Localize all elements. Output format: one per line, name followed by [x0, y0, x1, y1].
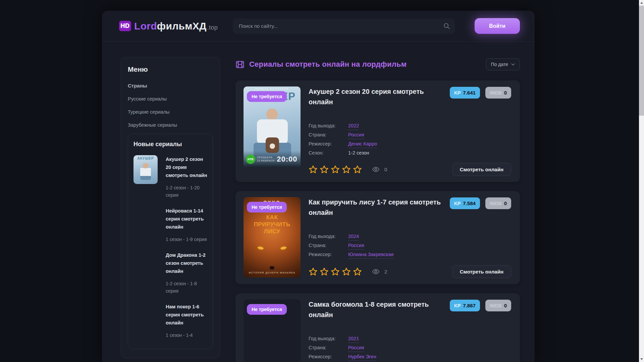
poster-title-text: КАК ПРИРУЧИТЬ ЛИСУ — [244, 214, 301, 235]
scrollbar-up-button[interactable] — [639, 0, 644, 6]
meta-label: Страна: — [309, 130, 348, 139]
new-series-title: Новые сериалы — [133, 141, 207, 148]
meta-value-link[interactable]: Россия — [348, 344, 364, 352]
meta-value-link[interactable]: Россия — [348, 242, 364, 250]
star-icon[interactable] — [342, 267, 351, 276]
new-series-text: Нейровася 1-14 серия смотреть онлайн1 се… — [166, 207, 207, 243]
page-title: Сериалы смотреть онлайн на лордфильм — [249, 60, 407, 69]
series-meta: Год выхода:2022Страна:РоссияРежиссер:Ден… — [309, 121, 511, 158]
sidebar-item-russian-series[interactable]: Русские сериалы — [128, 96, 213, 102]
star-icon[interactable] — [320, 165, 329, 174]
new-series-item[interactable]: Нам покер 1-6 серия смотреть онлайн1 сез… — [133, 303, 207, 339]
thumbnail-title-text: АКУШЕР — [133, 157, 158, 160]
meta-value-link[interactable]: 2021 — [348, 335, 359, 343]
scrollbar-thumb[interactable] — [639, 6, 644, 116]
poster-actor-name: НИКИТА ПАНФИЛОВ — [244, 88, 301, 90]
new-series-item-title[interactable]: Нейровася 1-14 серия смотреть онлайн — [166, 207, 207, 231]
search-input[interactable] — [233, 18, 455, 34]
kp-rating-badge: KP7.641 — [450, 87, 480, 99]
new-series-item-subtitle: 1 сезон - 1-9 серия — [166, 236, 207, 243]
meta-value-link[interactable]: 2022 — [348, 122, 359, 130]
sidebar-item-turkish-series[interactable]: Турецкие сериалы — [128, 109, 213, 115]
series-poster[interactable]: Не требуется — [244, 299, 301, 362]
new-series-thumb-slot: АКУШЕР — [133, 155, 158, 199]
series-title-link[interactable]: Как приручить лису 1-7 серия смотреть он… — [309, 197, 450, 218]
new-series-item-title[interactable]: Акушер 2 сезон 20 серия смотреть онлайн — [166, 155, 207, 179]
watch-online-button[interactable]: Смотреть онлайн — [452, 265, 511, 278]
meta-label: Режиссер: — [309, 352, 348, 361]
meta-row: Страна:Россия — [309, 343, 511, 352]
new-series-item-title[interactable]: Нам покер 1-6 серия смотреть онлайн — [166, 303, 207, 327]
main-content: Сериалы смотреть онлайн на лордфильм По … — [235, 58, 520, 362]
meta-value-link[interactable]: Нурбек Эген — [348, 353, 376, 361]
scrollbar-down-button[interactable] — [639, 356, 644, 362]
meta-label: Режиссер: — [309, 250, 348, 259]
series-title-link[interactable]: Самка богомола 1-8 серия смотреть онлайн — [309, 299, 450, 320]
meta-label: Страна: — [309, 343, 348, 352]
meta-row: Страна:Россия — [309, 241, 511, 250]
star-icon[interactable] — [309, 165, 318, 174]
search-bar — [233, 18, 455, 34]
site-logo[interactable]: HD LordфильмХД.top — [119, 20, 218, 32]
rating-badges: KP7.641 IMDB0 — [450, 86, 511, 99]
star-icon[interactable] — [331, 165, 340, 174]
menu-title: Меню — [128, 65, 213, 73]
new-series-item-title[interactable]: Дом Дракона 1-2 сезон смотреть онлайн — [166, 251, 207, 275]
meta-value-link[interactable]: Россия — [348, 131, 364, 139]
poster-art — [140, 163, 151, 180]
star-icon[interactable] — [342, 165, 351, 174]
star-icon[interactable] — [320, 267, 329, 276]
new-series-thumb-slot — [133, 207, 158, 243]
views-eye-icon — [372, 166, 380, 173]
sidebar-menu: Меню Страны Русские сериалы Турецкие сер… — [121, 57, 220, 358]
new-series-item[interactable]: АКУШЕРАкушер 2 сезон 20 серия смотреть о… — [133, 155, 207, 199]
meta-value-link[interactable]: Юлиана Закревская — [348, 251, 393, 259]
series-poster[interactable]: Не требуется НИКИТА ПАНФИЛОВ АКУШЕР НТВ … — [244, 86, 301, 167]
meta-row: Режиссер:Нурбек Эген — [309, 352, 511, 361]
series-poster[interactable]: Не требуется OKKO КАК ПРИРУЧИТЬ ЛИСУ ИСТ… — [244, 197, 301, 278]
meta-value-link[interactable]: Денис Карро — [348, 140, 377, 148]
new-series-item[interactable]: Нейровася 1-14 серия смотреть онлайн1 се… — [133, 207, 207, 243]
page-heading-row: Сериалы смотреть онлайн на лордфильм По … — [235, 58, 520, 71]
series-thumbnail[interactable]: АКУШЕР — [133, 155, 158, 184]
star-icon[interactable] — [353, 267, 362, 276]
search-icon[interactable] — [443, 22, 450, 30]
no-registration-badge: Не требуется — [247, 91, 287, 102]
arrow-down-icon — [640, 358, 643, 360]
rating-badges: KP7.867 IMDB0 — [450, 299, 511, 311]
series-title-link[interactable]: Акушер 2 сезон 20 серия смотреть онлайн — [309, 86, 450, 107]
sort-by-date-button[interactable]: По дате — [486, 58, 520, 70]
chevron-down-icon — [511, 63, 515, 66]
kp-rating-badge: KP7.584 — [450, 197, 480, 209]
premiere-time: 20:00 — [277, 155, 297, 164]
sort-label: По дате — [491, 62, 508, 67]
star-icon[interactable] — [353, 165, 362, 174]
new-series-text: Нам покер 1-6 серия смотреть онлайн1 сез… — [166, 303, 207, 339]
meta-label: Страна: — [309, 241, 348, 250]
site-container: HD LordфильмХД.top Войти Меню Страны Рус… — [102, 11, 535, 362]
meta-label: Год выхода: — [309, 232, 348, 241]
meta-value-link[interactable]: 2024 — [348, 233, 359, 241]
watch-online-button[interactable]: Смотреть онлайн — [452, 163, 511, 176]
poster-premiere-bar: НТВ ПРЕМЬЕРА13 ФЕВРАЛЯ 20:00 — [244, 151, 301, 167]
card-bottom-row: 0 Смотреть онлайн — [309, 158, 511, 176]
views-count: 0 — [384, 167, 387, 172]
page-scrollbar[interactable] — [639, 0, 644, 362]
new-series-text: Дом Дракона 1-2 сезон смотреть онлайн1-2… — [166, 251, 207, 295]
series-card: Не требуется OKKO КАК ПРИРУЧИТЬ ЛИСУ ИСТ… — [235, 191, 520, 284]
sidebar-item-foreign-series[interactable]: Зарубежные сериалы — [128, 122, 213, 128]
new-series-item[interactable]: Дом Дракона 1-2 сезон смотреть онлайн1-2… — [133, 251, 207, 295]
series-card: Не требуется НИКИТА ПАНФИЛОВ АКУШЕР НТВ … — [235, 80, 520, 182]
card-content: Как приручить лису 1-7 серия смотреть он… — [309, 197, 511, 278]
imdb-rating-badge: IMDB0 — [485, 87, 511, 99]
site-header: HD LordфильмХД.top Войти — [102, 11, 535, 42]
card-bottom-row: 2 Смотреть онлайн — [309, 260, 511, 278]
new-series-list: АКУШЕРАкушер 2 сезон 20 серия смотреть о… — [133, 155, 207, 339]
countries-section-title: Страны — [128, 83, 213, 88]
poster-tagline: ИСТОРИЯ ДОЧЕРИ МАНЬЯКА — [244, 271, 301, 274]
meta-label: Год выхода: — [309, 334, 348, 343]
star-icon[interactable] — [331, 267, 340, 276]
star-icon[interactable] — [309, 267, 318, 276]
login-button[interactable]: Войти — [475, 18, 520, 34]
meta-row: Страна:Россия — [309, 130, 511, 139]
